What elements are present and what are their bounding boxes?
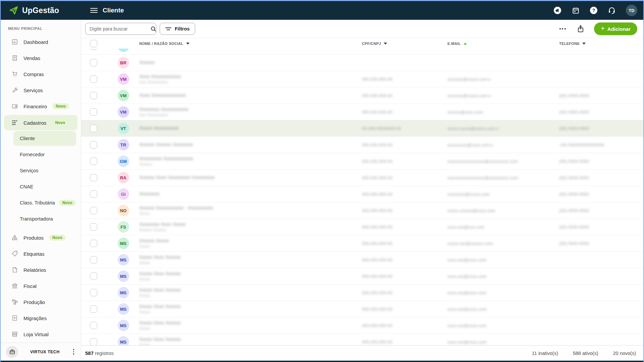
client-cpf-cnpj: 000.000.000-00 bbox=[362, 208, 392, 213]
row-checkbox[interactable] bbox=[90, 49, 97, 50]
company-briefcase-icon[interactable] bbox=[6, 346, 18, 358]
row-checkbox[interactable] bbox=[90, 289, 97, 296]
sort-arrow-down-icon bbox=[186, 43, 190, 45]
sidebar-item-dashboard[interactable]: Dashboard bbox=[1, 34, 81, 50]
help-icon[interactable]: ? bbox=[590, 6, 598, 14]
client-email: xxxxx.xxx@xxxxxx.com bbox=[447, 241, 493, 246]
search-icon[interactable] bbox=[150, 26, 157, 32]
sidebar-item-vendas[interactable]: Vendas bbox=[1, 50, 81, 66]
table-row[interactable]: NO Xxxxxx Xxxxxxxxxxx - Xxxxxxxxxx Xxxxx… bbox=[81, 202, 643, 219]
row-checkbox[interactable] bbox=[90, 273, 97, 280]
table-row[interactable]: MS Xxxxx Xxxx Xxxxxx Xxxxx 000.000.000-0… bbox=[81, 334, 643, 345]
table-row[interactable]: TR Xxxxxx Xxxxxx Xxxxxxxx 000.000.000-00… bbox=[81, 137, 643, 153]
table-row[interactable]: VM Xxxx Xxxxxxxxxxxxxx 000.000.000-00 xx… bbox=[81, 87, 643, 104]
column-header-nome[interactable]: NOME / RAZÃO SOCIAL bbox=[139, 42, 362, 46]
row-checkbox[interactable] bbox=[90, 190, 97, 198]
document-icon bbox=[11, 266, 18, 273]
sidebar-subitem-cnae[interactable]: CNAE bbox=[1, 179, 81, 195]
row-checkbox[interactable] bbox=[90, 256, 97, 263]
sidebar-item-etiquetas[interactable]: Etiquetas bbox=[1, 246, 81, 262]
row-avatar: VT bbox=[118, 123, 129, 134]
sidebar-subitem-class-tributaria[interactable]: Class. Tributária Novo bbox=[1, 195, 81, 211]
table-row[interactable]: MS Xxxxxx Xxxxx Xxxxx 000.000.000-00 xxx… bbox=[81, 235, 643, 252]
table-row[interactable]: MS Xxxxx Xxxx Xxxxxx Xxxxx 000.000.000-0… bbox=[81, 268, 643, 285]
company-menu-kebab-icon[interactable] bbox=[72, 348, 76, 356]
column-header-cpf-cnpj[interactable]: CPF/CNPJ bbox=[362, 42, 447, 46]
table-row[interactable]: MS Xxxxx Xxxx Xxxxxx Xxxxx 000.000.000-0… bbox=[81, 285, 643, 301]
sidebar-subitem-label: Class. Tributária bbox=[20, 200, 55, 205]
client-cpf-cnpj: 00.000.000/0000-00 bbox=[362, 126, 401, 131]
column-header-telefone[interactable]: TELEFONE bbox=[559, 42, 643, 46]
row-checkbox[interactable] bbox=[90, 240, 97, 247]
announcement-icon[interactable] bbox=[553, 6, 561, 14]
select-all-checkbox[interactable] bbox=[90, 40, 97, 47]
client-email: xxxx.xxx@xxxx.com bbox=[447, 340, 486, 345]
table-row[interactable]: VM Xxxx Xxxxxxxxxxxx Xxx Xxxxxxxxxx 000.… bbox=[81, 71, 643, 87]
row-checkbox[interactable] bbox=[90, 75, 97, 83]
column-label: TELEFONE bbox=[559, 42, 580, 46]
client-subtitle: Xxxxx bbox=[139, 244, 150, 249]
sidebar-item-financeiro[interactable]: Financeiro Novo bbox=[1, 98, 81, 114]
search-input[interactable] bbox=[90, 26, 150, 32]
table-row[interactable]: GM Xxxxxxxxx Xxxxxxxxxxxx Xxxxxx 000.000… bbox=[81, 153, 643, 170]
table-row[interactable]: MS Xxxxx Xxxx Xxxxxx Xxxxx 000.000.000-0… bbox=[81, 301, 643, 317]
sidebar-item-produtos[interactable]: Produtos Novo bbox=[1, 230, 81, 246]
row-avatar: NO bbox=[118, 205, 129, 216]
row-checkbox[interactable] bbox=[90, 207, 97, 214]
client-name: Xxxxx Xxxx Xxxxxx bbox=[139, 336, 181, 342]
row-checkbox[interactable] bbox=[90, 305, 97, 313]
brand[interactable]: UpGestão bbox=[1, 5, 81, 15]
hamburger-menu-icon[interactable] bbox=[90, 6, 98, 14]
support-headset-icon[interactable] bbox=[608, 6, 616, 14]
row-checkbox[interactable] bbox=[90, 108, 97, 116]
table-row[interactable]: RA Xxxxxx Xxxx Xxxxxxxxx Xxxxxxxxx 000.0… bbox=[81, 170, 643, 186]
sidebar-item-cadastros[interactable]: Cadastros Novo bbox=[4, 115, 77, 130]
table-row[interactable]: VM Xxxxxxxx Xxxxxxxxxxx Xxx Xxxxxxxxxx 0… bbox=[81, 104, 643, 120]
row-checkbox[interactable] bbox=[90, 141, 97, 148]
row-checkbox[interactable] bbox=[90, 322, 97, 329]
client-email: xxxxxxx@xxxxx.com.x bbox=[447, 93, 491, 98]
page-title: Cliente bbox=[103, 7, 124, 14]
sidebar-item-fiscal[interactable]: Fiscal bbox=[1, 278, 81, 294]
sidebar-subitem-fornecedor[interactable]: Fornecedor bbox=[1, 146, 81, 163]
sidebar-item-label: Relatórios bbox=[23, 267, 46, 273]
client-phone: (00) 0000-0000 bbox=[559, 208, 589, 213]
sidebar-item-producao[interactable]: Produção bbox=[1, 294, 81, 310]
filters-button[interactable]: Filtros bbox=[160, 23, 195, 35]
sidebar-item-relatorios[interactable]: Relatórios bbox=[1, 262, 81, 278]
export-share-icon[interactable] bbox=[576, 24, 585, 34]
row-checkbox[interactable] bbox=[90, 223, 97, 231]
client-name: Xxxxx Xxxx Xxxxxx bbox=[139, 303, 181, 309]
row-checkbox[interactable] bbox=[90, 125, 97, 132]
row-checkbox[interactable] bbox=[90, 158, 97, 165]
row-checkbox[interactable] bbox=[90, 59, 97, 66]
sidebar-subitem-transportadora[interactable]: Transportadora bbox=[1, 211, 81, 227]
table-row[interactable]: MS Xxxxx Xxxx Xxxxxx Xxxxx 000.000.000-0… bbox=[81, 252, 643, 268]
user-avatar[interactable]: TD bbox=[626, 5, 637, 16]
table-row[interactable] bbox=[81, 49, 643, 55]
table-row[interactable]: FS Xxxxxxxx Xxxx Xxxxx Xxxxxx Xxxxxx 000… bbox=[81, 219, 643, 235]
row-checkbox[interactable] bbox=[90, 92, 97, 99]
sidebar-item-label: Migrações bbox=[23, 315, 47, 321]
sidebar-item-migracoes[interactable]: Migrações bbox=[1, 310, 81, 326]
more-options-icon[interactable] bbox=[558, 24, 567, 34]
sidebar-subitem-cliente[interactable]: Cliente bbox=[13, 131, 76, 146]
client-name: Xxxxx Xxxx Xxxxxx bbox=[139, 287, 181, 293]
sidebar-item-servicos[interactable]: Serviços bbox=[1, 82, 81, 98]
calendar-icon[interactable] bbox=[572, 6, 580, 14]
sidebar-subitem-servicos[interactable]: Serviços bbox=[1, 163, 81, 179]
row-checkbox[interactable] bbox=[90, 174, 97, 181]
row-checkbox[interactable] bbox=[90, 338, 97, 345]
client-cpf-cnpj: 000.000.000-00 bbox=[362, 323, 392, 328]
table-row[interactable]: BR Xxxxxx bbox=[81, 55, 643, 71]
sidebar-item-loja-virtual[interactable]: Loja Virtual bbox=[1, 326, 81, 342]
table-row[interactable]: GI Xxxxxxxx 000.000.000-00 xxxxxxxx@xxxx… bbox=[81, 186, 643, 202]
search-box[interactable] bbox=[85, 23, 156, 35]
table-row[interactable]: VT Xxxxx Xxxxxxxxxx 00.000.000/0000-00 x… bbox=[81, 120, 643, 137]
add-button[interactable]: + Adicionar bbox=[594, 22, 637, 35]
sidebar-item-compras[interactable]: Compras bbox=[1, 66, 81, 82]
client-email: xxxxxxxxxxxxxxxxx@xxxxxxxxx.com bbox=[447, 175, 518, 180]
column-header-email[interactable]: E-MAIL bbox=[447, 42, 559, 46]
table-row[interactable]: MS Xxxxx Xxxx Xxxxxx Xxxxx 000.000.000-0… bbox=[81, 317, 643, 334]
sidebar-footer: VIRTUX TECH bbox=[1, 343, 81, 361]
